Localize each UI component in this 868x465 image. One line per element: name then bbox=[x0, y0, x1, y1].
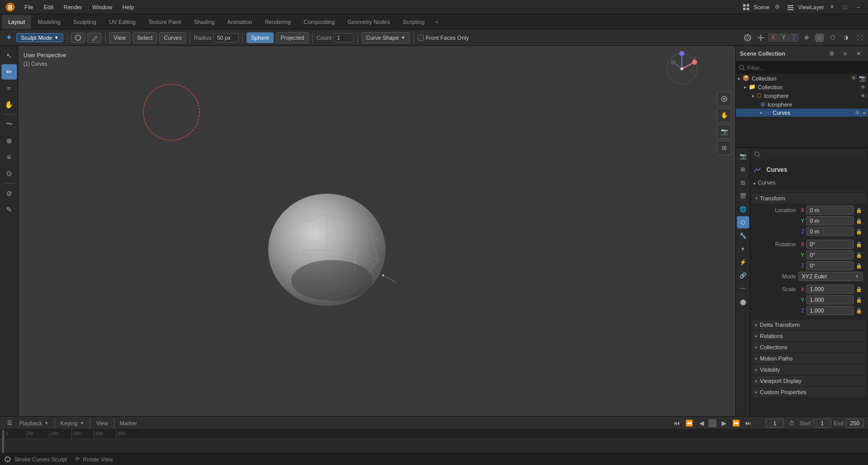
tool-pinch[interactable]: ⊗ bbox=[2, 133, 17, 148]
location-x-lock[interactable]: 🔒 bbox=[856, 208, 863, 213]
curves-btn[interactable]: Curves bbox=[159, 32, 186, 43]
transform-header[interactable]: ▾ Transform bbox=[752, 193, 866, 203]
viewport-3d[interactable]: User Perspective (1) Curves X Z bbox=[18, 46, 735, 416]
minimize-icon[interactable]: − bbox=[853, 2, 864, 13]
rotation-y-lock[interactable]: 🔒 bbox=[856, 252, 863, 258]
outliner-collection[interactable]: ▸ 📁 Collection 👁 bbox=[736, 83, 868, 91]
front-faces-checkbox[interactable] bbox=[418, 35, 424, 41]
curve-shape-btn[interactable]: Curve Shape ▼ bbox=[362, 32, 410, 43]
props-scene-icon[interactable]: 🎬 bbox=[737, 190, 749, 202]
collection-vis-icon[interactable]: 👁 bbox=[851, 75, 857, 82]
scale-z-lock[interactable]: 🔒 bbox=[856, 308, 863, 314]
start-frame-input[interactable] bbox=[813, 419, 831, 428]
skip-end-btn[interactable]: ⏭ bbox=[743, 418, 753, 428]
props-world-icon[interactable]: 🌐 bbox=[737, 203, 749, 215]
tool-annotate[interactable]: ✎ bbox=[2, 202, 17, 217]
props-particle-icon[interactable]: ✦ bbox=[737, 243, 749, 255]
y-btn[interactable]: Y bbox=[779, 34, 788, 41]
menu-render[interactable]: Render bbox=[60, 3, 86, 11]
tool-comb[interactable]: ≡ bbox=[2, 149, 17, 165]
location-z-lock[interactable]: 🔒 bbox=[856, 229, 863, 235]
count-input[interactable] bbox=[334, 33, 354, 42]
scene-props-icon[interactable]: ⚙ bbox=[772, 2, 783, 13]
z-btn[interactable]: Z bbox=[789, 34, 799, 41]
tab-rendering[interactable]: Rendering bbox=[259, 15, 297, 29]
zoom-in-btn[interactable] bbox=[717, 92, 731, 106]
x-btn[interactable]: X bbox=[769, 34, 778, 41]
obj-vis-icon[interactable]: 👁 bbox=[860, 93, 866, 99]
props-search-input[interactable] bbox=[762, 151, 864, 158]
projected-btn[interactable]: Projected bbox=[276, 32, 309, 43]
curves-vis-icon[interactable]: 👁 bbox=[855, 110, 860, 116]
camera-btn[interactable]: 📷 bbox=[717, 124, 731, 139]
menu-edit[interactable]: Edit bbox=[40, 3, 58, 11]
radius-input[interactable] bbox=[213, 33, 239, 42]
tool-grab[interactable]: ✋ bbox=[2, 97, 17, 112]
select-btn[interactable]: Select bbox=[133, 32, 158, 43]
props-physics-icon[interactable]: ⚡ bbox=[737, 256, 749, 268]
tab-compositing[interactable]: Compositing bbox=[297, 15, 341, 29]
maximize-icon[interactable]: □ bbox=[839, 2, 851, 13]
props-modifier-icon[interactable]: 🔧 bbox=[737, 229, 749, 242]
rotation-y-value[interactable]: 0° bbox=[806, 250, 854, 260]
outliner-curves[interactable]: ▸ 〰 Curves 👁 ● bbox=[736, 109, 868, 117]
tab-uv-editing[interactable]: UV Editing bbox=[103, 15, 142, 29]
menu-help[interactable]: Help bbox=[118, 3, 138, 11]
scale-x-value[interactable]: 1.000 bbox=[806, 285, 854, 294]
outliner-icosphere-mesh[interactable]: ◎ Icosphere bbox=[736, 100, 868, 109]
location-y-value[interactable]: 0 m bbox=[806, 216, 854, 225]
tab-texture-paint[interactable]: Texture Paint bbox=[142, 15, 187, 29]
props-view-layer-icon[interactable]: ⊟ bbox=[737, 176, 749, 189]
props-render-icon[interactable]: 📷 bbox=[737, 150, 749, 162]
viewport-display-header[interactable]: ▸ Viewport Display bbox=[752, 376, 866, 386]
delta-transform-header[interactable]: ▸ Delta Transform bbox=[752, 320, 866, 330]
tool-icon[interactable]: ✦ bbox=[3, 32, 14, 43]
col-vis-icon[interactable]: 👁 bbox=[860, 84, 866, 90]
step-fwd-btn[interactable]: ⏩ bbox=[731, 418, 741, 428]
tool-fill[interactable]: ⊙ bbox=[2, 166, 17, 181]
collection-render-icon[interactable]: 📷 bbox=[859, 75, 866, 82]
step-back-btn[interactable]: ⏪ bbox=[684, 418, 694, 428]
menu-file[interactable]: File bbox=[20, 3, 38, 11]
rotation-z-lock[interactable]: 🔒 bbox=[856, 263, 863, 269]
fullscreen-btn[interactable]: ⛶ bbox=[854, 32, 865, 43]
outliner-search-input[interactable] bbox=[747, 65, 865, 71]
outliner-icosphere[interactable]: ▸ ⬡ Icosphere 👁 bbox=[736, 91, 868, 100]
fps-icon[interactable]: ⏱ bbox=[786, 418, 797, 429]
tool-draw[interactable]: ✏ bbox=[2, 64, 17, 80]
tool-cursor[interactable]: ↖ bbox=[2, 48, 17, 63]
tab-layout[interactable]: Layout bbox=[2, 15, 31, 29]
view-layer-icon[interactable] bbox=[785, 2, 796, 13]
tab-geometry-nodes[interactable]: Geometry Nodes bbox=[341, 15, 396, 29]
location-z-value[interactable]: 0 m bbox=[806, 227, 854, 236]
props-data-icon[interactable]: 〰 bbox=[737, 282, 749, 295]
view-btn[interactable]: View bbox=[109, 32, 131, 43]
scale-z-value[interactable]: 1.000 bbox=[806, 306, 854, 315]
timeline-track[interactable]: 1 50 100 150 200 250 bbox=[0, 430, 868, 453]
tab-modeling[interactable]: Modeling bbox=[32, 15, 67, 29]
visibility-header[interactable]: ▸ Visibility bbox=[752, 365, 866, 375]
tool-smooth[interactable]: ≈ bbox=[2, 81, 17, 96]
rotation-x-lock[interactable]: 🔒 bbox=[856, 242, 863, 247]
render-mode-btn[interactable]: ◑ bbox=[840, 32, 852, 43]
skip-start-btn[interactable]: ⏮ bbox=[672, 418, 682, 428]
motion-paths-header[interactable]: ▸ Motion Paths bbox=[752, 353, 866, 364]
grid-btn[interactable]: ⊞ bbox=[717, 141, 731, 155]
props-material-icon[interactable]: ⬤ bbox=[737, 296, 749, 308]
end-frame-input[interactable] bbox=[846, 419, 864, 428]
curves-select-icon[interactable]: ● bbox=[862, 110, 866, 116]
collections-header[interactable]: ▸ Collections bbox=[752, 342, 866, 352]
location-y-lock[interactable]: 🔒 bbox=[856, 218, 863, 224]
play-back-btn[interactable]: ◀ bbox=[696, 418, 706, 428]
props-constraint-icon[interactable]: 🔗 bbox=[737, 269, 749, 281]
rotation-x-value[interactable]: 0° bbox=[806, 240, 854, 249]
tool-mask[interactable]: ⊘ bbox=[2, 186, 17, 201]
outliner-scene-collection[interactable]: ▸ 📦 Collection 👁 📷 bbox=[736, 74, 868, 83]
mode-dropdown[interactable]: Sculpt Mode ▼ bbox=[16, 33, 63, 42]
scene-selector[interactable] bbox=[741, 2, 752, 13]
tab-animation[interactable]: Animation bbox=[221, 15, 259, 29]
props-object-icon[interactable]: ⬡ bbox=[737, 216, 749, 228]
snap-btn[interactable]: ⊕ bbox=[801, 32, 812, 43]
relations-header[interactable]: ▸ Relations bbox=[752, 331, 866, 341]
sphere-btn[interactable]: Sphere bbox=[246, 32, 273, 43]
